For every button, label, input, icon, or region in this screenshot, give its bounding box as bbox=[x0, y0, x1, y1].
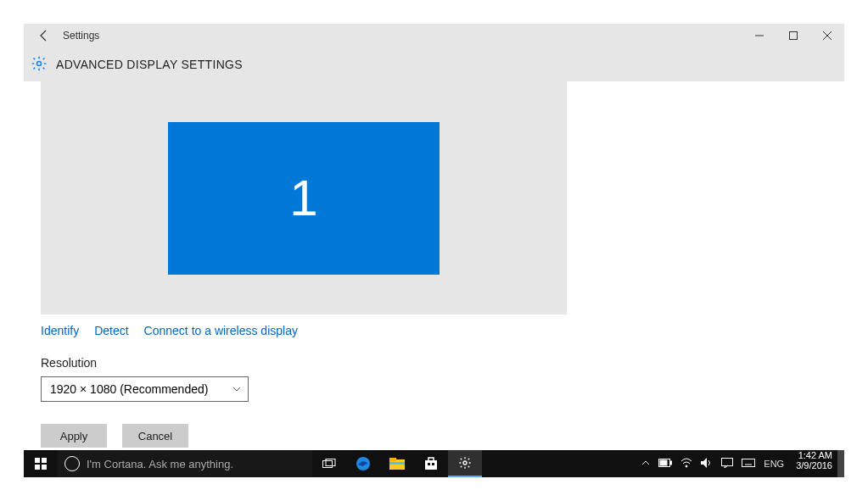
svg-rect-8 bbox=[326, 459, 335, 466]
titlebar: Settings bbox=[24, 24, 844, 47]
svg-rect-23 bbox=[742, 459, 755, 467]
svg-point-2 bbox=[37, 61, 42, 65]
keyboard-icon[interactable] bbox=[742, 458, 755, 470]
svg-rect-4 bbox=[42, 458, 47, 463]
detect-link[interactable]: Detect bbox=[94, 324, 128, 337]
monitor-tile-1[interactable]: 1 bbox=[168, 122, 440, 275]
identify-link[interactable]: Identify bbox=[41, 324, 79, 337]
svg-rect-1 bbox=[790, 32, 798, 40]
clock[interactable]: 1:42 AM 3/9/2016 bbox=[791, 450, 837, 477]
svg-rect-22 bbox=[722, 458, 733, 465]
language-indicator[interactable]: ENG bbox=[764, 459, 784, 469]
clock-time: 1:42 AM bbox=[796, 450, 832, 460]
close-button[interactable] bbox=[810, 24, 844, 47]
resolution-label: Resolution bbox=[41, 356, 567, 370]
wifi-icon[interactable] bbox=[680, 458, 692, 470]
cancel-button[interactable]: Cancel bbox=[122, 424, 188, 448]
svg-rect-5 bbox=[35, 465, 40, 470]
page-header: ADVANCED DISPLAY SETTINGS bbox=[24, 47, 844, 81]
action-buttons: Apply Cancel bbox=[41, 424, 567, 448]
tray-overflow-icon[interactable] bbox=[641, 458, 650, 470]
taskbar: I'm Cortana. Ask me anything. bbox=[24, 450, 844, 477]
resolution-select[interactable]: 1920 × 1080 (Recommended) bbox=[41, 376, 249, 402]
task-view-button[interactable] bbox=[312, 450, 346, 477]
start-button[interactable] bbox=[24, 450, 58, 477]
wireless-display-link[interactable]: Connect to a wireless display bbox=[144, 324, 298, 337]
svg-rect-14 bbox=[428, 458, 434, 461]
svg-rect-7 bbox=[323, 461, 333, 468]
svg-rect-19 bbox=[670, 461, 672, 465]
settings-window: Settings ADVANCED DISPLAY SETTINGS 1 bbox=[24, 24, 844, 477]
edge-taskbar-icon[interactable] bbox=[346, 450, 380, 477]
resolution-value: 1920 × 1080 (Recommended) bbox=[50, 382, 208, 396]
chevron-down-icon bbox=[232, 382, 241, 396]
svg-rect-20 bbox=[660, 460, 667, 465]
svg-rect-3 bbox=[35, 458, 40, 463]
settings-taskbar-icon[interactable] bbox=[448, 450, 482, 477]
svg-rect-16 bbox=[432, 463, 434, 465]
cortana-search[interactable]: I'm Cortana. Ask me anything. bbox=[58, 450, 312, 477]
gear-icon bbox=[31, 55, 48, 75]
svg-rect-11 bbox=[389, 458, 396, 461]
window-title: Settings bbox=[63, 30, 99, 42]
monitor-preview-area: 1 bbox=[41, 81, 567, 315]
content-area: 1 Identify Detect Connect to a wireless … bbox=[24, 81, 844, 477]
battery-icon[interactable] bbox=[658, 458, 672, 470]
monitor-number: 1 bbox=[289, 169, 317, 227]
svg-rect-15 bbox=[428, 463, 430, 465]
svg-point-21 bbox=[686, 465, 687, 467]
minimize-button[interactable] bbox=[742, 24, 776, 47]
back-button[interactable] bbox=[32, 24, 56, 47]
apply-button[interactable]: Apply bbox=[41, 424, 107, 448]
show-desktop-button[interactable] bbox=[837, 450, 844, 477]
display-action-links: Identify Detect Connect to a wireless di… bbox=[41, 315, 567, 337]
file-explorer-taskbar-icon[interactable] bbox=[380, 450, 414, 477]
cortana-icon bbox=[64, 456, 80, 471]
maximize-button[interactable] bbox=[776, 24, 810, 47]
action-center-icon[interactable] bbox=[721, 458, 733, 470]
store-taskbar-icon[interactable] bbox=[414, 450, 448, 477]
svg-point-17 bbox=[463, 461, 467, 465]
volume-icon[interactable] bbox=[701, 458, 713, 470]
svg-rect-12 bbox=[389, 462, 405, 465]
system-tray: ENG bbox=[635, 450, 791, 477]
svg-rect-6 bbox=[42, 465, 47, 470]
search-placeholder: I'm Cortana. Ask me anything. bbox=[87, 458, 233, 470]
page-title: ADVANCED DISPLAY SETTINGS bbox=[56, 58, 243, 71]
clock-date: 3/9/2016 bbox=[796, 460, 832, 470]
